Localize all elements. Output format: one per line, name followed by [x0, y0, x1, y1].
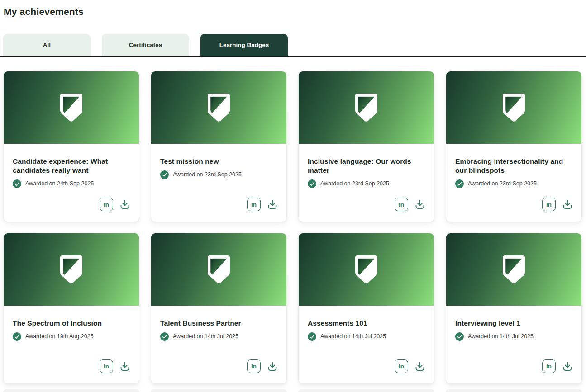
awarded-row: Awarded on 23rd Sep 2025 — [160, 170, 277, 179]
check-icon — [308, 332, 316, 341]
awarded-text: Awarded on 23rd Sep 2025 — [173, 171, 242, 178]
download-icon — [267, 198, 278, 210]
shield-badge-icon — [501, 93, 527, 123]
check-icon — [13, 332, 21, 341]
download-button[interactable] — [119, 198, 131, 210]
next-row-cards-hint — [3, 389, 583, 392]
tab-certificates[interactable]: Certificates — [102, 34, 189, 56]
download-icon — [119, 360, 131, 372]
badge-banner — [151, 71, 286, 144]
badge-banner — [446, 71, 581, 144]
shield-badge-icon — [353, 255, 379, 284]
badge-banner — [299, 71, 434, 144]
badge-title: Test mission new — [160, 157, 277, 166]
badge-card-body: Interviewing level 1 Awarded on 14th Jul… — [446, 306, 581, 341]
awarded-row: Awarded on 19th Aug 2025 — [13, 332, 130, 341]
badge-card: Candidate experience: What candidates re… — [3, 71, 139, 222]
download-button[interactable] — [562, 360, 573, 372]
share-linkedin-button[interactable]: in — [100, 359, 113, 373]
badge-card-body: Assessments 101 Awarded on 14th Jul 2025… — [299, 306, 434, 341]
check-icon — [455, 179, 464, 188]
linkedin-icon: in — [546, 201, 552, 208]
badge-card: Interviewing level 1 Awarded on 14th Jul… — [446, 233, 582, 384]
badge-actions: in — [395, 198, 426, 211]
cutoff-card-top — [298, 389, 434, 392]
linkedin-icon: in — [104, 201, 109, 208]
download-button[interactable] — [414, 360, 426, 372]
badge-card-body: Candidate experience: What candidates re… — [4, 144, 139, 188]
badge-card: The Spectrum of Inclusion Awarded on 19t… — [3, 233, 139, 384]
badge-card-body: Test mission new Awarded on 23rd Sep 202… — [151, 144, 286, 179]
check-icon — [160, 332, 169, 341]
badge-card-body: Inclusive language: Our words matter Awa… — [299, 144, 434, 188]
awarded-row: Awarded on 24th Sep 2025 — [13, 179, 130, 188]
tab-learning-badges[interactable]: Learning Badges — [200, 34, 288, 56]
download-icon — [414, 198, 426, 210]
share-linkedin-button[interactable]: in — [247, 198, 261, 211]
download-icon — [119, 198, 131, 210]
share-linkedin-button[interactable]: in — [542, 359, 556, 373]
badge-banner — [299, 233, 434, 306]
badge-title: The Spectrum of Inclusion — [13, 319, 130, 328]
download-icon — [267, 360, 278, 372]
cutoff-card-top — [3, 389, 139, 392]
share-linkedin-button[interactable]: in — [395, 198, 408, 211]
badge-banner — [151, 233, 286, 306]
share-linkedin-button[interactable]: in — [100, 198, 113, 211]
shield-badge-icon — [58, 93, 84, 123]
check-icon — [160, 170, 169, 179]
linkedin-icon: in — [546, 363, 552, 370]
badge-actions: in — [395, 359, 426, 373]
share-linkedin-button[interactable]: in — [542, 198, 556, 211]
badge-title: Talent Business Partner — [160, 319, 277, 328]
shield-badge-icon — [353, 93, 379, 123]
awarded-row: Awarded on 14th Jul 2025 — [160, 332, 277, 341]
download-button[interactable] — [267, 360, 278, 372]
badge-actions: in — [542, 198, 573, 211]
awarded-row: Awarded on 14th Jul 2025 — [308, 332, 425, 341]
badge-card-body: Embracing intersectionality and our blin… — [446, 144, 581, 188]
badge-card: Inclusive language: Our words matter Awa… — [298, 71, 434, 222]
awarded-text: Awarded on 14th Jul 2025 — [468, 333, 534, 340]
linkedin-icon: in — [251, 363, 257, 370]
share-linkedin-button[interactable]: in — [395, 359, 408, 373]
badge-actions: in — [542, 359, 573, 373]
cutoff-card-top — [151, 389, 287, 392]
shield-badge-icon — [206, 255, 232, 284]
badge-banner — [4, 233, 139, 306]
awarded-text: Awarded on 23rd Sep 2025 — [320, 180, 389, 187]
download-icon — [414, 360, 426, 372]
badge-title: Embracing intersectionality and our blin… — [455, 157, 572, 175]
awarded-row: Awarded on 23rd Sep 2025 — [455, 179, 572, 188]
awarded-text: Awarded on 14th Jul 2025 — [320, 333, 386, 340]
badge-card-body: Talent Business Partner Awarded on 14th … — [151, 306, 286, 341]
badge-title: Inclusive language: Our words matter — [308, 157, 425, 175]
linkedin-icon: in — [399, 363, 404, 370]
check-icon — [13, 179, 21, 188]
badge-card: Test mission new Awarded on 23rd Sep 202… — [151, 71, 287, 222]
badge-card-body: The Spectrum of Inclusion Awarded on 19t… — [4, 306, 139, 341]
download-button[interactable] — [414, 198, 426, 210]
linkedin-icon: in — [104, 363, 109, 370]
shield-badge-icon — [501, 255, 527, 284]
badge-banner — [446, 233, 581, 306]
download-button[interactable] — [562, 198, 573, 210]
check-icon — [455, 332, 464, 341]
download-button[interactable] — [267, 198, 278, 210]
tab-all[interactable]: All — [3, 34, 91, 56]
awarded-text: Awarded on 24th Sep 2025 — [25, 180, 94, 187]
badge-title: Assessments 101 — [308, 319, 425, 328]
badge-actions: in — [247, 359, 278, 373]
awarded-text: Awarded on 14th Jul 2025 — [173, 333, 238, 340]
badge-card: Assessments 101 Awarded on 14th Jul 2025… — [298, 233, 434, 384]
tab-bar: All Certificates Learning Badges — [0, 34, 586, 57]
badge-actions: in — [100, 198, 131, 211]
cutoff-card-top — [446, 389, 582, 392]
download-button[interactable] — [119, 360, 131, 372]
badge-actions: in — [247, 198, 278, 211]
shield-badge-icon — [206, 93, 232, 123]
shield-badge-icon — [58, 255, 84, 284]
badge-card: Talent Business Partner Awarded on 14th … — [151, 233, 287, 384]
share-linkedin-button[interactable]: in — [247, 359, 261, 373]
awarded-row: Awarded on 23rd Sep 2025 — [308, 179, 425, 188]
